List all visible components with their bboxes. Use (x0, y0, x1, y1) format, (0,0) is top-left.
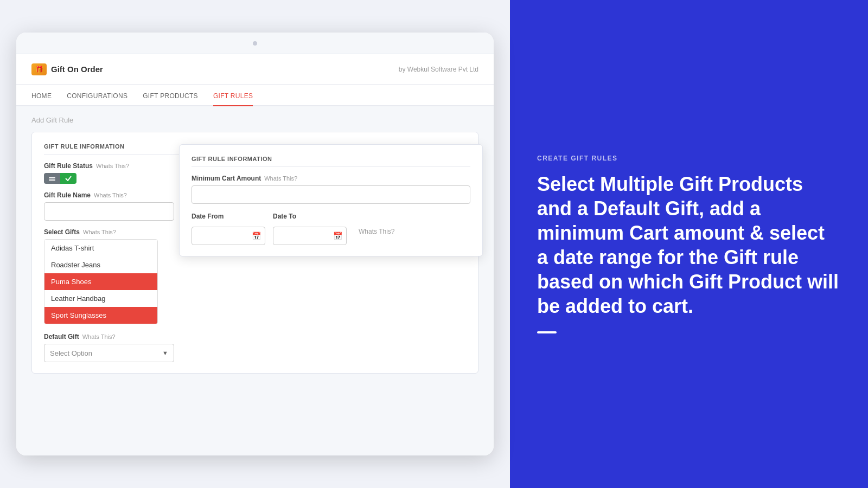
date-to-wrap: 📅 (273, 227, 347, 245)
nav-configurations[interactable]: CONFIGURATIONS (67, 92, 127, 105)
default-gift-select[interactable]: Select Option ▼ (44, 344, 174, 362)
gift-rule-name-input[interactable] (44, 202, 174, 221)
right-heading: Select Multiple Gift Products and a Defa… (537, 172, 841, 318)
svg-rect-1 (49, 179, 55, 181)
default-whats-this[interactable]: Whats This? (82, 333, 116, 340)
nav-gift-products[interactable]: GIFT PRODUCTS (143, 92, 198, 105)
app-by: by Webkul Software Pvt Ltd (399, 66, 478, 73)
gift-rule-card-2: GIFT RULE INFORMATION Minimum Cart Amoun… (179, 144, 483, 256)
toggle-off-button[interactable] (44, 173, 60, 184)
toggle-on-button[interactable] (60, 173, 76, 184)
date-from-input[interactable] (192, 227, 265, 245)
right-panel: CREATE GIFT RULES Select Multiple Gift P… (510, 0, 868, 488)
date-whats-this[interactable]: Whats This? (359, 228, 394, 235)
gift-item-puma[interactable]: Puma Shoes (44, 273, 157, 290)
main-content: Add Gift Rule GIFT RULE INFORMATION Gift… (16, 106, 494, 455)
date-row: Date From 📅 Date To 📅 Whats This? (192, 213, 470, 245)
app-nav: HOME CONFIGURATIONS GIFT PRODUCTS GIFT R… (16, 85, 494, 106)
gift-item-adidas[interactable]: Adidas T-shirt (44, 240, 157, 256)
app-header: 🎁 Gift On Order by Webkul Software Pvt L… (16, 54, 494, 85)
page-title: Add Gift Rule (31, 116, 478, 124)
app-logo: 🎁 Gift On Order (31, 63, 103, 75)
gift-item-sport[interactable]: Sport Sunglasses (44, 307, 157, 324)
date-from-wrap: 📅 (192, 227, 265, 245)
gifts-list: Adidas T-shirt Roadster Jeans Puma Shoes… (44, 239, 158, 324)
nav-gift-rules[interactable]: GIFT RULES (213, 92, 253, 106)
browser-card: 🎁 Gift On Order by Webkul Software Pvt L… (16, 33, 494, 455)
min-cart-amount-input[interactable] (192, 185, 470, 204)
gift-item-roadster[interactable]: Roadster Jeans (44, 256, 157, 273)
date-to-label: Date To (273, 213, 347, 220)
date-to-group: Date To 📅 (273, 213, 347, 245)
date-from-group: Date From 📅 (192, 213, 265, 245)
default-gift-value: Select Option (50, 349, 92, 357)
svg-rect-0 (49, 177, 55, 178)
right-label: CREATE GIFT RULES (537, 155, 841, 162)
date-from-label: Date From (192, 213, 265, 220)
left-panel: 🎁 Gift On Order by Webkul Software Pvt L… (0, 0, 510, 488)
gifts-whats-this[interactable]: Whats This? (83, 229, 116, 235)
nav-home[interactable]: HOME (31, 92, 52, 105)
date-to-input[interactable] (273, 227, 347, 245)
right-divider (537, 331, 557, 333)
chevron-down-icon: ▼ (162, 350, 168, 356)
name-whats-this[interactable]: Whats This? (94, 192, 127, 198)
min-cart-label: Minimum Cart AmountWhats This? (192, 175, 470, 182)
logo-icon: 🎁 (31, 63, 47, 75)
app-title: Gift On Order (51, 65, 103, 74)
gift-item-leather[interactable]: Leather Handbag (44, 290, 157, 307)
browser-dot (253, 41, 257, 46)
status-whats-this[interactable]: Whats This? (96, 163, 129, 169)
default-field-label: Default Gift Whats This? (44, 333, 466, 341)
min-cart-whats-this[interactable]: Whats This? (264, 175, 297, 182)
section-title-2: GIFT RULE INFORMATION (192, 156, 470, 167)
browser-topbar (16, 33, 494, 54)
